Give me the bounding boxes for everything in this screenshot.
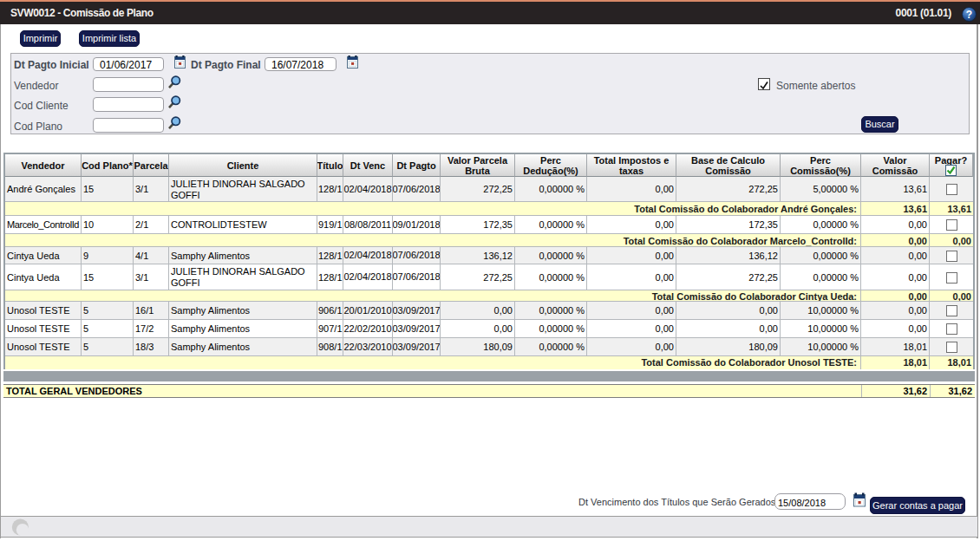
svg-text:?: ? bbox=[966, 9, 972, 21]
